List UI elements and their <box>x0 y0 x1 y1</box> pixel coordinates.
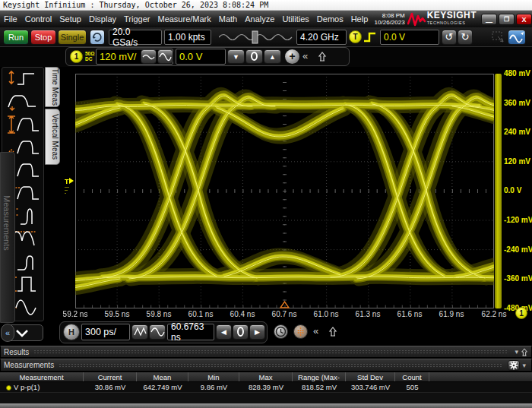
pin-icon[interactable] <box>318 51 327 62</box>
zoom-box-icon[interactable] <box>492 31 505 43</box>
tab-vertical-meas[interactable]: Vertical Meas <box>45 109 60 165</box>
collapse-sidebar-button[interactable]: « <box>1 324 14 342</box>
menu-utilities[interactable]: Utilities <box>278 11 312 27</box>
measurement-count: 505 <box>395 382 429 392</box>
menu-display[interactable]: Display <box>85 11 120 27</box>
eye-diagram-plot[interactable] <box>75 74 494 308</box>
minimize-button[interactable]: — <box>481 14 497 25</box>
measurement-current: 30.86 mV <box>84 382 137 392</box>
trigger-source-badge[interactable]: T <box>349 30 362 43</box>
timebase-zoom-in-button[interactable] <box>149 324 166 340</box>
main-area: Time Meas Vertical Meas Measurements « <box>0 67 532 346</box>
restore-button[interactable]: ❐ <box>499 14 515 25</box>
measurements-collapse-caret[interactable]: ▾ <box>520 362 528 369</box>
timebase-scale-field[interactable]: 300 ps/ <box>81 324 130 340</box>
waveform-display[interactable]: T ------ 480 mV 360 mV 240 mV 120 mV 0.0… <box>61 67 532 346</box>
results-collapse-caret[interactable]: ▾ <box>512 348 521 356</box>
coupling-impedance: 50Ω <box>85 51 94 56</box>
position-right-button[interactable]: ▶ <box>249 324 265 340</box>
collapse-channel-button[interactable]: « <box>302 50 308 62</box>
vertical-scale-scrollbar[interactable] <box>495 74 502 308</box>
trigger-level-field[interactable]: 0.0 V <box>380 30 439 45</box>
zero-icon <box>251 52 258 61</box>
results-panel-header[interactable]: Results ▾ <box>0 346 532 358</box>
col-min[interactable]: Min <box>188 372 239 381</box>
timebase-position-field[interactable]: 60.6763 ns <box>167 324 214 340</box>
horizontal-badge[interactable]: H <box>63 324 80 340</box>
scale-increase-button[interactable] <box>157 49 173 64</box>
menu-analyze[interactable]: Analyze <box>241 11 278 27</box>
tab-time-meas[interactable]: Time Meas <box>45 67 60 107</box>
pin-icon[interactable] <box>328 326 337 337</box>
scale-decrease-button[interactable] <box>141 49 157 64</box>
menu-setup[interactable]: Setup <box>55 11 85 27</box>
clock: 8:08 PM 10/26/2023 <box>375 12 407 26</box>
bandwidth-slider[interactable] <box>219 30 295 44</box>
touch-toggle-button[interactable] <box>508 30 526 45</box>
bandwidth-field[interactable]: 4.20 GHz <box>296 30 347 45</box>
timebase-zoom-out-button[interactable] <box>131 324 148 340</box>
channel1-offset-field[interactable]: 0.0 V <box>176 49 226 65</box>
trigger-edge-icon[interactable] <box>363 31 378 43</box>
col-count[interactable]: Count <box>395 372 429 381</box>
add-channel-button[interactable]: + <box>285 49 299 64</box>
memory-depth-field[interactable]: 1.00 kpts <box>164 30 211 45</box>
meas-icon-amplitude[interactable] <box>4 113 42 136</box>
menu-file[interactable]: File <box>0 11 21 27</box>
channel1-position-badge[interactable]: 1 <box>515 307 527 319</box>
undo-button[interactable]: ↺ <box>442 30 457 45</box>
channel1-scale-value: 120 mV/ <box>100 51 136 62</box>
single-button[interactable]: Single <box>58 30 87 45</box>
x-tick-label: 61.0 ns <box>309 310 343 318</box>
x-tick-label: 59.8 ns <box>142 310 176 318</box>
acquisition-clock-button[interactable] <box>274 324 288 339</box>
col-current[interactable]: Current <box>84 372 137 381</box>
channel1-color-dot <box>6 385 11 391</box>
menu-math[interactable]: Math <box>215 11 241 27</box>
meas-icon-fall-time[interactable] <box>4 90 42 113</box>
sample-rate-field[interactable]: 20.0 GSa/s <box>109 30 162 45</box>
meas-icon-rise-time[interactable] <box>4 68 42 90</box>
menu-control[interactable]: Control <box>21 11 55 27</box>
menu-trigger[interactable]: Trigger <box>120 11 154 27</box>
position-zero-button[interactable] <box>233 324 249 340</box>
redo-button[interactable]: ↻ <box>458 30 473 45</box>
x-tick-label: 60.4 ns <box>226 310 259 318</box>
histogram-ball-button[interactable] <box>293 324 308 339</box>
close-button[interactable]: X <box>516 14 532 25</box>
clear-display-button[interactable] <box>90 30 105 45</box>
offset-down-button[interactable]: ▼ <box>227 49 245 64</box>
col-max[interactable]: Max <box>239 372 293 381</box>
offset-up-button[interactable]: ▲ <box>264 49 281 64</box>
offset-zero-button[interactable] <box>245 49 263 64</box>
run-button[interactable]: Run <box>3 30 29 45</box>
measurement-min: 9.86 mV <box>188 382 239 392</box>
col-mean[interactable]: Mean <box>137 372 188 381</box>
pin-icon[interactable] <box>521 347 528 357</box>
measurements-panel-header[interactable]: Measurements ▾ <box>0 359 532 372</box>
oscilloscope-screen: Keysight Infiniium : Thursday, October 2… <box>0 0 532 408</box>
measurement-mean: 642.749 mV <box>137 382 188 392</box>
menu-measure-mark[interactable]: Measure/Mark <box>154 11 214 27</box>
slider-handle-icon[interactable] <box>252 31 258 43</box>
channel1-badge[interactable]: 1 <box>70 50 83 63</box>
x-tick-label: 61.6 ns <box>393 310 426 318</box>
measurement-name: V p-p(1) <box>14 383 40 391</box>
y-tick-label: 0.0 V <box>504 186 532 195</box>
menu-help[interactable]: Help <box>347 11 372 27</box>
col-std-dev[interactable]: Std Dev <box>346 372 395 381</box>
measurement-row-vpp[interactable]: V p-p(1) 30.86 mV 642.749 mV 9.86 mV 828… <box>0 382 532 392</box>
collapse-horizontal-button[interactable]: « <box>313 325 318 337</box>
measurements-settings-button[interactable] <box>508 360 520 371</box>
measurements-side-panel[interactable]: Measurements <box>0 152 15 323</box>
compress-wave-icon <box>132 325 147 339</box>
col-range[interactable]: Range (Max-Min) <box>293 372 346 381</box>
position-left-button[interactable]: ◀ <box>216 324 232 340</box>
y-tick-label: 360 mV <box>504 99 532 107</box>
stop-button[interactable]: Stop <box>30 30 56 45</box>
waveform-touch-icon <box>508 30 525 44</box>
menu-demos[interactable]: Demos <box>313 11 347 27</box>
trigger-level-marker[interactable]: T ------ <box>65 178 77 195</box>
brand-name: KEYSIGHT <box>427 11 477 19</box>
col-measurement[interactable]: Measurement <box>0 372 84 381</box>
